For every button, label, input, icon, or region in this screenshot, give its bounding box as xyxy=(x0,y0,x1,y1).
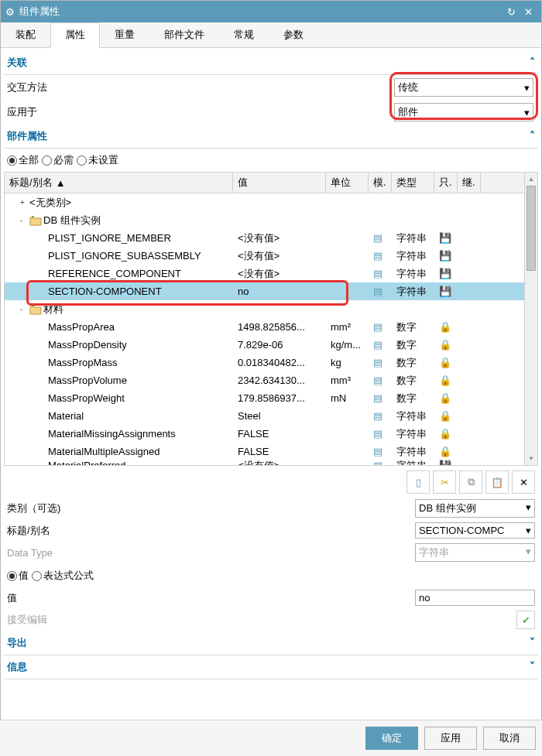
alias-label: 标题/别名 xyxy=(7,524,415,538)
tab-5[interactable]: 参数 xyxy=(269,22,318,47)
cut-button[interactable]: ✂ xyxy=(433,470,456,494)
svg-rect-0 xyxy=(32,216,34,217)
scissors-icon: ✂ xyxy=(441,477,449,488)
apply-button[interactable]: 应用 xyxy=(424,727,477,750)
table-row[interactable]: PLIST_IGNORE_MEMBER<没有值>▤字符串💾 xyxy=(5,229,524,247)
tab-0[interactable]: 装配 xyxy=(1,22,50,47)
accept-check-button[interactable]: ✔ xyxy=(516,611,535,629)
section-props-title: 部件属性 xyxy=(7,129,47,143)
folder-icon xyxy=(29,214,42,227)
save-icon: 💾 xyxy=(439,250,450,261)
save-icon: 💾 xyxy=(439,232,450,243)
window-title: 组件属性 xyxy=(19,5,503,19)
detail-toolbar: ▯ ✂ ⧉ 📋 ✕ xyxy=(4,466,538,497)
page-icon: ▤ xyxy=(373,375,384,385)
radio-全部[interactable]: 全部 xyxy=(7,153,39,167)
table-row[interactable]: MassPropArea1498.825856...mm²▤数字🔒 xyxy=(5,318,524,336)
reload-icon[interactable]: ↻ xyxy=(503,6,520,18)
tab-3[interactable]: 部件文件 xyxy=(149,22,219,47)
scroll-up-icon[interactable]: ▲ xyxy=(525,173,537,186)
paste-button[interactable]: 📋 xyxy=(485,470,509,494)
tab-bar: 装配属性重量部件文件常规参数 xyxy=(1,22,541,48)
save-icon: 💾 xyxy=(439,460,450,465)
chevron-down-icon: ▾ xyxy=(524,107,530,118)
section-export-header[interactable]: 导出 ˅ xyxy=(4,631,538,655)
value-input[interactable]: no xyxy=(415,590,535,606)
group-row[interactable]: -DB 组件实例 xyxy=(5,211,524,229)
interaction-method-select[interactable]: 传统▾ xyxy=(394,78,533,97)
radio-必需[interactable]: 必需 xyxy=(42,153,74,167)
section-props-header[interactable]: 部件属性 ˄ xyxy=(4,125,538,149)
expand-icon[interactable]: - xyxy=(20,216,28,224)
check-icon: ✔ xyxy=(522,614,530,626)
cancel-button[interactable]: 取消 xyxy=(483,727,536,750)
table-row[interactable]: MaterialSteel▤字符串🔒 xyxy=(5,407,524,425)
copy-icon: ⧉ xyxy=(468,476,475,488)
expand-icon[interactable]: - xyxy=(20,305,28,313)
tab-2[interactable]: 重量 xyxy=(100,22,149,47)
section-info-header[interactable]: 信息 ˅ xyxy=(4,655,538,679)
scrollbar[interactable]: ▲ ▼ xyxy=(524,173,537,465)
ok-button[interactable]: 确定 xyxy=(365,727,418,750)
table-row[interactable]: MaterialPreferred<没有值>▤字符串💾 xyxy=(5,460,524,465)
interaction-method-label: 交互方法 xyxy=(7,80,394,94)
group-row[interactable]: -材料 xyxy=(5,300,524,318)
chevron-up-icon: ˄ xyxy=(530,129,535,143)
table-row[interactable]: PLIST_IGNORE_SUBASSEMBLY<没有值>▤字符串💾 xyxy=(5,247,524,265)
lock-icon: 🔒 xyxy=(439,446,450,457)
table-row[interactable]: SECTION-COMPONENTno▤字符串💾 xyxy=(5,282,524,300)
category-select[interactable]: DB 组件实例▾ xyxy=(415,499,535,518)
radio-值[interactable]: 值 xyxy=(7,569,29,583)
expand-icon[interactable]: + xyxy=(20,198,28,207)
section-assoc-header[interactable]: 关联 ˄ xyxy=(4,51,538,75)
col-unit[interactable]: 单位 xyxy=(326,173,369,193)
radio-dot-icon xyxy=(7,571,17,581)
close-icon[interactable]: ✕ xyxy=(520,6,537,18)
table-row[interactable]: REFERENCE_COMPONENT<没有值>▤字符串💾 xyxy=(5,265,524,282)
chevron-down-icon: ▾ xyxy=(526,501,531,515)
tab-4[interactable]: 常规 xyxy=(219,22,269,47)
grid-header: 标题/别名 ▲ 值 单位 模. 类型 只. 继. xyxy=(5,173,524,193)
radio-dot-icon xyxy=(7,156,17,166)
col-type[interactable]: 类型 xyxy=(392,173,434,193)
alias-select[interactable]: SECTION-COMPC▾ xyxy=(415,522,535,539)
group-row[interactable]: +<无类别> xyxy=(5,193,524,211)
col-inherit[interactable]: 继. xyxy=(458,173,481,193)
copy-button[interactable]: ⧉ xyxy=(459,470,482,494)
value-label: 值 xyxy=(7,591,415,605)
table-row[interactable]: MassPropWeight179.8586937...mN▤数字🔒 xyxy=(5,389,524,407)
save-icon: 💾 xyxy=(439,286,450,296)
table-row[interactable]: MassPropMass0.018340482...kg▤数字🔒 xyxy=(5,354,524,371)
page-icon: ▤ xyxy=(373,268,384,279)
col-readonly[interactable]: 只. xyxy=(434,173,458,193)
chevron-down-icon: ▾ xyxy=(526,546,531,559)
lock-icon: 🔒 xyxy=(439,321,450,332)
delete-button[interactable]: ✕ xyxy=(512,470,535,494)
page-icon: ▯ xyxy=(416,477,421,488)
tab-1[interactable]: 属性 xyxy=(50,22,100,48)
paste-icon: 📋 xyxy=(491,477,503,488)
table-row[interactable]: MaterialMissingAssignmentsFALSE▤字符串🔒 xyxy=(5,425,524,443)
col-value[interactable]: 值 xyxy=(233,173,326,193)
page-icon: ▤ xyxy=(373,357,384,368)
col-name[interactable]: 标题/别名 ▲ xyxy=(5,173,233,193)
filter-radios: 全部必需未设置 xyxy=(4,149,538,172)
scroll-thumb[interactable] xyxy=(527,186,536,271)
folder-icon xyxy=(29,303,42,316)
property-grid: 标题/别名 ▲ 值 单位 模. 类型 只. 继. +<无类别>-DB 组件实例P… xyxy=(4,172,538,466)
table-row[interactable]: MassPropVolume2342.634130...mm³▤数字🔒 xyxy=(5,371,524,389)
scroll-down-icon[interactable]: ▼ xyxy=(525,452,537,465)
page-icon: ▤ xyxy=(373,392,384,403)
lock-icon: 🔒 xyxy=(439,339,450,350)
page-icon: ▤ xyxy=(373,286,384,296)
page-icon: ▤ xyxy=(373,446,384,457)
apply-to-select[interactable]: 部件▾ xyxy=(394,103,533,121)
col-mod[interactable]: 模. xyxy=(369,173,392,193)
chevron-up-icon: ˄ xyxy=(530,56,535,70)
new-button[interactable]: ▯ xyxy=(406,470,430,494)
lock-icon: 🔒 xyxy=(439,410,450,421)
table-row[interactable]: MassPropDensity7.829e-06kg/m...▤数字🔒 xyxy=(5,336,524,354)
radio-未设置[interactable]: 未设置 xyxy=(77,153,118,167)
radio-表达式公式[interactable]: 表达式公式 xyxy=(32,569,94,583)
chevron-down-icon: ˅ xyxy=(530,660,535,674)
